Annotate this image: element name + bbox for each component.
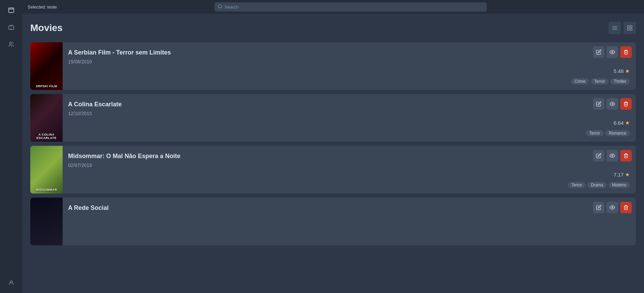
movie-actions	[593, 202, 632, 213]
sidebar-item-profile[interactable]	[4, 276, 18, 290]
genre-tag: Terror	[591, 78, 608, 84]
delete-button[interactable]	[620, 46, 632, 58]
edit-button[interactable]	[593, 46, 605, 58]
selected-label: Selected: teste	[28, 4, 57, 10]
genre-tag: Terror	[586, 130, 603, 136]
movie-info: A Rede Social	[63, 198, 636, 245]
edit-button[interactable]	[593, 202, 605, 213]
page-title: Movies	[30, 22, 63, 33]
movie-card: A COLINA ESCARLATEA Colina Escarlate12/1…	[30, 94, 636, 142]
view-button[interactable]	[607, 98, 618, 110]
user-icon	[8, 280, 14, 286]
eye-icon	[610, 205, 615, 210]
movie-actions	[593, 98, 632, 110]
movie-date: 15/06/2010	[68, 59, 630, 64]
star-icon: ★	[625, 68, 630, 74]
svg-point-18	[612, 51, 613, 53]
movie-actions	[593, 46, 632, 58]
page-header: Movies	[30, 22, 636, 34]
movie-poster: A COLINA ESCARLATE	[30, 94, 63, 142]
movie-card: SRPSKI FILMA Serbian Film - Terror sem L…	[30, 42, 636, 90]
trash-icon	[623, 205, 629, 210]
delete-button[interactable]	[620, 150, 632, 161]
eye-icon	[610, 101, 615, 107]
movie-info: Midsommar: O Mal Não Espera a Noite02/07…	[63, 146, 636, 194]
users-icon	[8, 41, 14, 47]
list-icon	[612, 25, 618, 31]
genre-tag: Crime	[571, 78, 589, 84]
eye-icon	[610, 49, 615, 55]
movie-rating: 5.48 ★	[614, 68, 630, 74]
svg-line-10	[221, 7, 222, 8]
movie-info: A Colina Escarlate12/10/20156.64 ★Terror…	[63, 94, 636, 142]
movie-poster: SRPSKI FILM	[30, 42, 63, 90]
sidebar-item-users[interactable]	[4, 37, 18, 51]
movie-title: Midsommar: O Mal Não Espera a Noite	[68, 153, 630, 160]
movie-card: A Rede Social	[30, 198, 636, 245]
pencil-icon	[596, 101, 601, 107]
rating-value: 5.48	[614, 68, 624, 74]
view-button[interactable]	[607, 150, 618, 161]
genre-tag: Terror	[568, 182, 585, 188]
pencil-icon	[596, 153, 601, 158]
poster-label: MIDSOMMAR	[30, 188, 63, 191]
svg-point-19	[612, 103, 613, 105]
genre-tag: Drama	[587, 182, 607, 188]
trash-icon	[623, 101, 629, 107]
delete-button[interactable]	[620, 202, 632, 213]
movie-poster	[30, 198, 63, 245]
movie-title: A Serbian Film - Terror sem Limites	[68, 49, 630, 56]
movie-footer: 5.48 ★CrimeTerrorThriller	[68, 68, 630, 84]
sidebar	[0, 0, 22, 293]
svg-point-21	[612, 207, 613, 208]
sidebar-item-films[interactable]	[4, 3, 18, 17]
eye-icon	[610, 153, 615, 158]
genre-tag: Thriller	[610, 78, 630, 84]
rating-value: 6.64	[614, 120, 624, 126]
movie-footer: 6.64 ★TerrorRomance	[68, 120, 630, 136]
movie-genres: TerrorDramaMistério	[568, 182, 630, 188]
list-view-button[interactable]	[609, 22, 621, 34]
tv-icon	[8, 24, 14, 30]
movie-info: A Serbian Film - Terror sem Limites15/06…	[63, 42, 636, 90]
search-input[interactable]	[214, 2, 487, 12]
movie-footer: 7.17 ★TerrorDramaMistério	[68, 171, 630, 188]
movie-list: SRPSKI FILMA Serbian Film - Terror sem L…	[30, 42, 636, 245]
delete-button[interactable]	[620, 98, 632, 110]
movie-date: 02/07/2019	[68, 163, 630, 168]
movie-date: 12/10/2015	[68, 111, 630, 116]
edit-button[interactable]	[593, 98, 605, 110]
main-content: Selected: teste Movies	[22, 0, 644, 293]
svg-rect-14	[627, 26, 629, 27]
rating-value: 7.17	[614, 172, 624, 178]
star-icon: ★	[625, 120, 630, 126]
movie-title: A Colina Escarlate	[68, 101, 630, 108]
movie-genres: TerrorRomance	[586, 130, 630, 136]
content-area: Movies SRPSKI FILMA Serbia	[22, 14, 644, 293]
movie-genres: CrimeTerrorThriller	[571, 78, 630, 84]
film-icon	[8, 7, 14, 13]
movie-card: MIDSOMMARMidsommar: O Mal Não Espera a N…	[30, 146, 636, 194]
view-button[interactable]	[607, 202, 618, 213]
pencil-icon	[596, 49, 601, 55]
search-container	[214, 2, 487, 12]
view-button[interactable]	[607, 46, 618, 58]
svg-rect-17	[630, 29, 632, 30]
pencil-icon	[596, 205, 601, 210]
sidebar-item-tv[interactable]	[4, 20, 18, 34]
trash-icon	[623, 153, 629, 158]
topbar: Selected: teste	[22, 0, 644, 14]
movie-poster: MIDSOMMAR	[30, 146, 63, 194]
grid-view-button[interactable]	[624, 22, 636, 34]
poster-label: SRPSKI FILM	[30, 84, 63, 88]
edit-button[interactable]	[593, 150, 605, 161]
movie-rating: 7.17 ★	[614, 171, 630, 178]
genre-tag: Romance	[606, 130, 630, 136]
movie-rating: 6.64 ★	[614, 120, 630, 126]
svg-point-20	[612, 155, 613, 156]
svg-rect-16	[627, 29, 629, 30]
star-icon: ★	[625, 171, 630, 178]
poster-label: A COLINA ESCARLATE	[30, 133, 63, 140]
trash-icon	[623, 49, 629, 55]
svg-rect-15	[630, 26, 632, 27]
